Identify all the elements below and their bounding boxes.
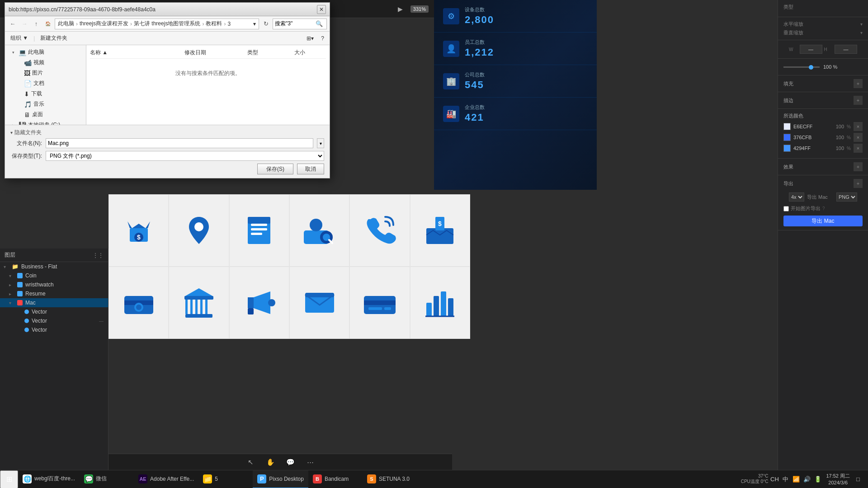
filename-input[interactable]: [46, 138, 313, 148]
open-after-export-checkbox[interactable]: [783, 206, 789, 211]
layer-wristwatch[interactable]: ▸ wristhwatch: [0, 280, 108, 289]
network-icon[interactable]: 📶: [792, 475, 801, 484]
export-add-btn[interactable]: +: [854, 179, 863, 188]
taskbar-setuna[interactable]: S SETUNA 3.0: [363, 470, 417, 488]
organize-button[interactable]: 组织 ▼: [9, 34, 30, 42]
comment-tool-button[interactable]: 💬: [284, 456, 297, 469]
company-icon: 🏢: [443, 73, 459, 89]
notification-icon[interactable]: □: [854, 475, 863, 484]
help-button[interactable]: ?: [319, 35, 326, 42]
stroke-add-btn[interactable]: +: [854, 96, 863, 105]
dialog-close-button[interactable]: ✕: [317, 5, 326, 14]
layer-coin[interactable]: ▾ Coin: [0, 271, 108, 280]
email-icon-cell[interactable]: [289, 267, 349, 339]
zoom-display[interactable]: 331%: [410, 5, 429, 13]
windows-start-button[interactable]: ⊞: [0, 470, 18, 488]
bank-building-icon-cell[interactable]: [169, 267, 229, 339]
col-size[interactable]: 大小: [294, 49, 326, 56]
dialog-cancel-button[interactable]: 取消: [297, 164, 324, 174]
constraint-dropdown-2[interactable]: ▾: [860, 30, 863, 35]
location-pin-icon-cell[interactable]: [169, 194, 229, 267]
addr-back-btn[interactable]: ←: [8, 19, 18, 29]
new-folder-button[interactable]: 新建文件夹: [38, 34, 69, 42]
taskbar-pixso[interactable]: P Pixso Desktop: [253, 470, 308, 488]
filetype-select[interactable]: PNG 文件 (*.png): [46, 151, 324, 161]
layer-business-flat[interactable]: ▾ 📁 Business - Flat: [0, 262, 108, 271]
addr-home-btn[interactable]: 🏠: [43, 19, 53, 29]
col-name[interactable]: 名称 ▲: [90, 49, 184, 56]
col-date[interactable]: 修改日期: [184, 49, 247, 56]
export-format-select[interactable]: PNGJPGSVG: [836, 192, 857, 202]
taskbar-aftereffects[interactable]: AE Adobe After Effe...: [134, 470, 198, 488]
dialog-save-button[interactable]: 保存(S): [257, 164, 293, 174]
tree-item-video[interactable]: 📹 视频: [5, 57, 86, 68]
layer-vector-3[interactable]: Vector: [0, 325, 108, 334]
color-swatch-3[interactable]: [783, 145, 791, 152]
tree-item-downloads[interactable]: ⬇ 下载: [5, 89, 86, 99]
bar-chart-icon-cell[interactable]: [410, 267, 470, 339]
more-tools-button[interactable]: ⋯: [304, 456, 316, 469]
fill-add-btn[interactable]: +: [854, 79, 863, 88]
tree-item-drive-c[interactable]: ▸ 💾 本地磁盘 (C:): [5, 120, 86, 125]
battery-icon[interactable]: 🔋: [813, 475, 822, 484]
col-type[interactable]: 类型: [247, 49, 294, 56]
layer-panel-menu[interactable]: ⋮⋮: [93, 252, 104, 258]
height-input[interactable]: [835, 45, 857, 54]
phone-wave-icon-cell[interactable]: [349, 194, 410, 267]
dialog-search-input[interactable]: [275, 21, 316, 27]
hidden-folder-toggle[interactable]: ▾ 隐藏文件夹: [10, 129, 324, 136]
fill-section: 填充 +: [778, 75, 868, 92]
export-help-icon[interactable]: ?: [822, 206, 825, 211]
user-search-icon-cell[interactable]: [289, 194, 349, 267]
addr-forward-btn[interactable]: →: [19, 19, 29, 29]
cash-payment-icon-cell[interactable]: [108, 267, 169, 339]
color-swatch-1[interactable]: [783, 123, 791, 130]
export-mac-button[interactable]: 导出 Mac: [783, 216, 863, 226]
effects-add-btn[interactable]: +: [854, 162, 863, 171]
width-input[interactable]: [800, 45, 822, 54]
addr-up-btn[interactable]: ↑: [31, 19, 41, 29]
layer-label: Vector: [32, 309, 47, 315]
megaphone-icon-cell[interactable]: [229, 267, 289, 339]
dollar-inbox-icon-cell[interactable]: $: [410, 194, 470, 267]
play-button[interactable]: ▶: [394, 3, 407, 15]
tree-item-music[interactable]: 🎵 音乐: [5, 99, 86, 109]
cursor-tool-button[interactable]: ↖: [244, 456, 257, 469]
tree-item-desktop[interactable]: 🖥 桌面: [5, 109, 86, 120]
tree-item-pc[interactable]: ▾ 💻 此电脑: [5, 47, 86, 57]
breadcrumb-bar[interactable]: 此电脑 › threejs商业课程开发 › 第七讲 threejs地图管理系统 …: [55, 19, 259, 29]
color-row-2: 376CFB 100 % ×: [783, 133, 863, 142]
lang-icon[interactable]: CH: [770, 475, 779, 484]
layer-vector-2[interactable]: Vector —: [0, 316, 108, 325]
color-swatch-2[interactable]: [783, 134, 791, 141]
tree-item-pictures[interactable]: 🖼 图片: [5, 68, 86, 78]
hand-tool-button[interactable]: ✋: [264, 456, 277, 469]
layer-vector-1[interactable]: Vector: [0, 307, 108, 316]
export-scale-select[interactable]: 4x1x2x: [789, 192, 804, 202]
zoom-slider[interactable]: [783, 66, 820, 68]
filename-dropdown-btn[interactable]: ▾: [317, 138, 324, 148]
vector-visibility[interactable]: —: [99, 319, 104, 324]
view-toggle-button[interactable]: ⊞▾: [305, 35, 316, 42]
color-remove-3[interactable]: ×: [854, 144, 863, 153]
document-list-icon-cell[interactable]: [229, 194, 289, 267]
taskbar-time[interactable]: 17:52 周二 2024/3/6: [826, 473, 850, 486]
speaker-icon[interactable]: 🔊: [802, 475, 811, 484]
ime-icon[interactable]: 中: [781, 475, 790, 484]
layer-resume[interactable]: ▸ Resume: [0, 289, 108, 298]
layer-mac[interactable]: ▾ Mac: [0, 298, 108, 307]
color-remove-2[interactable]: ×: [854, 133, 863, 142]
sys-tray: 37°C CPU温度 0°C CH 中 📶 🔊 🔋: [741, 474, 823, 485]
color-remove-1[interactable]: ×: [854, 122, 863, 131]
taskbar-explorer[interactable]: 📁 5: [198, 470, 253, 488]
card-payment-icon-cell[interactable]: [349, 267, 410, 339]
tree-item-documents[interactable]: 📄 文档: [5, 78, 86, 89]
constraint-dropdown-1[interactable]: ▾: [860, 22, 863, 27]
taskbar-wechat[interactable]: 💬 微信: [80, 470, 134, 488]
taskbar-chrome[interactable]: 🌐 webgl百度-thre...: [18, 470, 80, 488]
taskbar-bandicam[interactable]: B Bandicam: [308, 470, 363, 488]
addr-refresh-btn[interactable]: ↻: [261, 19, 271, 29]
dollar-crown-icon-cell[interactable]: $: [108, 194, 169, 267]
svg-rect-27: [184, 296, 213, 300]
breadcrumb-dropdown[interactable]: ▾: [253, 21, 256, 27]
